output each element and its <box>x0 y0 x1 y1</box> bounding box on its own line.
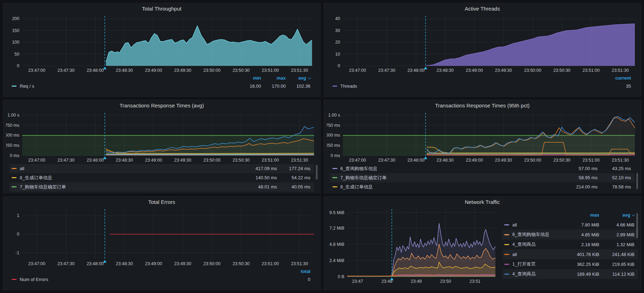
x-tick-label: 23:47 <box>352 279 363 284</box>
legend-row[interactable]: 1_打开首页362.25 KiB219.85 KiB <box>502 259 638 269</box>
series-label: all <box>512 252 517 257</box>
legend-value: 4.85 MiB <box>564 232 599 237</box>
legend-col-total[interactable]: total <box>286 269 311 274</box>
series-label: 8_生成订单信息 <box>340 184 373 190</box>
legend-col-max[interactable]: max <box>261 75 286 81</box>
chevron-down-icon <box>632 213 635 216</box>
x-tick-label: 23:50:00 <box>524 158 541 163</box>
time-series-chart[interactable]: 05010015020023:47:0023:47:3023:48:0023:4… <box>6 13 318 74</box>
x-tick-label: 23:48:00 <box>87 261 104 266</box>
legend-value: 57.00 ms <box>564 166 598 171</box>
legend-row[interactable]: Threads35 <box>330 81 635 91</box>
x-tick-label: 23:51:30 <box>612 158 629 163</box>
time-series-chart[interactable]: 0 ms250 ms500 ms750 ms1.00 s23:47:0023:4… <box>327 110 638 163</box>
x-tick-label: 23:49:30 <box>495 158 512 163</box>
legend-col-avg[interactable]: avg <box>286 75 311 81</box>
legend-value: 170.00 <box>261 83 286 89</box>
y-tick-label: 2.4 MiB <box>329 258 344 263</box>
panel-title[interactable]: Total Errors <box>148 198 175 206</box>
legend-row[interactable]: 7_购物车信息确定订单58.95 ms52.10 ms <box>330 173 635 182</box>
chart-area: 0 B2.4 MiB4.8 MiB7.2 MiB9.5 MiB23:4723:4… <box>327 206 499 288</box>
panel-active-threads: Active Threads01020304023:47:0023:47:302… <box>324 3 642 97</box>
panel-title[interactable]: Transactions Response Times (95th pct) <box>435 101 530 110</box>
legend-col-max[interactable]: max <box>564 212 599 218</box>
x-tick-label: 23:49:00 <box>465 158 483 163</box>
legend-col-current[interactable]: current <box>606 75 631 81</box>
chart-area: 0 ms250 ms500 ms750 ms1.00 s23:47:0023:4… <box>327 110 638 163</box>
series-label: all <box>20 166 24 171</box>
legend-scrollbar[interactable] <box>316 165 318 180</box>
x-tick-label: 23:47:30 <box>378 158 395 163</box>
legend-value: 2.18 MiB <box>564 242 599 247</box>
legend: currentThreads35 <box>327 74 638 91</box>
legend-row[interactable]: 8_生成订单信息214.00 ms78.58 ms <box>330 182 635 192</box>
y-tick-label: 10 <box>335 52 340 57</box>
series-label: Num of Errors <box>20 277 48 282</box>
legend-value: 362.25 KiB <box>564 262 599 267</box>
x-tick-label: 23:51:30 <box>291 261 308 266</box>
series-label: Req / s <box>20 83 34 89</box>
panel-body: -10123:47:0023:47:3023:48:0023:48:3023:4… <box>6 206 318 288</box>
y-tick-label: 30 <box>335 28 340 33</box>
legend-row[interactable]: 6_查询购物车信息57.00 ms43.25 ms <box>330 164 635 173</box>
series-area <box>425 24 634 66</box>
panel-header: Active Threads <box>327 5 638 13</box>
time-series-chart[interactable]: 0 ms250 ms500 ms750 ms1.00 s23:47:0023:4… <box>6 110 318 163</box>
panel-header: Transactions Response Times (95th pct) <box>327 101 638 110</box>
legend-scrollbar[interactable] <box>636 173 638 189</box>
panel-body: 0 ms250 ms500 ms750 ms1.00 s23:47:0023:4… <box>6 110 318 191</box>
legend-row[interactable]: all417.09 ms177.24 ms <box>10 164 314 173</box>
legend-row[interactable]: 6_查询购物车信息4.85 MiB2.89 MiB <box>502 230 638 239</box>
panel-title[interactable]: Active Threads <box>465 5 500 13</box>
panel-title[interactable]: Network Traffic <box>465 198 500 206</box>
chart-area: 0 ms250 ms500 ms750 ms1.00 s23:47:0023:4… <box>6 110 318 163</box>
legend-row[interactable]: 8_生成订单信息140.50 ms54.22 ms <box>10 173 314 182</box>
grafana-dashboard: Total Throughput05010015020023:47:0023:4… <box>0 0 644 293</box>
chart-area: -10123:47:0023:47:3023:48:0023:48:3023:4… <box>6 206 318 267</box>
legend: all417.09 ms177.24 ms8_生成订单信息140.50 ms54… <box>6 163 318 192</box>
x-tick-label: 23:50:30 <box>232 158 250 163</box>
x-tick-label: 23:48:30 <box>436 68 454 73</box>
y-tick-label: 750 ms <box>327 123 340 127</box>
annotation-marker[interactable] <box>103 209 107 263</box>
legend-value: 54.22 ms <box>277 175 311 180</box>
panel-header: Transactions Response Times (avg) <box>6 101 318 110</box>
annotation-marker[interactable] <box>424 16 427 69</box>
legend-value: 52.10 ms <box>598 175 631 180</box>
panel-title[interactable]: Total Throughput <box>142 5 181 13</box>
legend-value: 401.76 KiB <box>564 252 599 257</box>
legend: minmaxavgReq / s16.00170.00102.36 <box>6 74 318 91</box>
legend-row[interactable]: 4_查询商品2.18 MiB1.32 MiB <box>502 239 638 249</box>
panel-title[interactable]: Transactions Response Times (avg) <box>119 101 204 110</box>
series-swatch-icon <box>332 86 337 87</box>
legend-row[interactable]: all401.76 KiB241.48 KiB <box>502 249 638 259</box>
y-tick-label: 0 <box>17 63 19 68</box>
time-series-chart[interactable]: -10123:47:0023:47:3023:48:0023:48:3023:4… <box>6 206 318 267</box>
legend-value: 102.36 <box>286 83 311 89</box>
panel-header: Network Traffic <box>327 198 638 206</box>
x-tick-label: 23:51:00 <box>582 158 600 163</box>
x-tick-label: 23:48:30 <box>116 68 133 73</box>
series-swatch-icon <box>504 254 509 255</box>
series-label: 4_查询商品 <box>512 271 536 277</box>
legend-col-avg[interactable]: avg <box>599 212 634 218</box>
legend-row[interactable]: 4_查询商品189.49 KiB114.12 KiB <box>502 269 638 279</box>
legend-row[interactable]: all7.80 MiB4.66 MiB <box>502 220 638 230</box>
legend-row[interactable]: Num of Errors0 <box>10 275 314 284</box>
legend-scrollbar[interactable] <box>636 213 638 238</box>
legend-col-min[interactable]: min <box>237 75 261 81</box>
time-series-chart[interactable]: 0 B2.4 MiB4.8 MiB7.2 MiB9.5 MiB23:4723:4… <box>327 206 499 285</box>
y-tick-label: -1 <box>15 250 19 255</box>
x-tick-label: 23:47:30 <box>57 158 75 163</box>
time-series-chart[interactable]: 01020304023:47:0023:47:3023:48:0023:48:3… <box>327 13 638 74</box>
series-swatch-icon <box>12 168 17 169</box>
x-tick-label: 23:49 <box>411 279 421 284</box>
panel-trt-avg: Transactions Response Times (avg)0 ms250… <box>3 100 321 194</box>
legend-value: 4.66 MiB <box>599 222 634 227</box>
legend-row[interactable]: 7_购物车信息确定订单48.01 ms40.05 ms <box>10 182 314 192</box>
x-tick-label: 23:49:00 <box>145 68 162 73</box>
series-label: 6_查询购物车信息 <box>340 166 377 172</box>
x-tick-label: 23:51:30 <box>291 68 308 73</box>
y-tick-label: 750 ms <box>6 123 19 127</box>
legend-row[interactable]: Req / s16.00170.00102.36 <box>10 81 314 91</box>
